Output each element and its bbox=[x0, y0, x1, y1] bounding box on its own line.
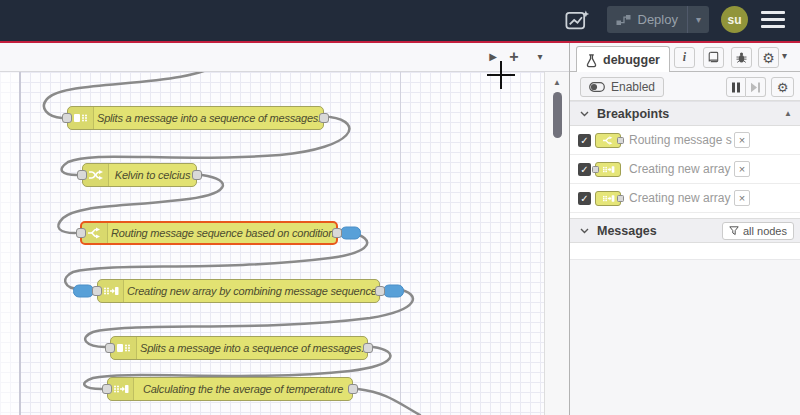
messages-title: Messages bbox=[597, 224, 657, 238]
node-input-port[interactable] bbox=[76, 228, 86, 238]
flow-tab-bar: ▶ + ▾ bbox=[0, 43, 569, 72]
menu-bar bbox=[761, 25, 785, 29]
node-output-port[interactable] bbox=[192, 170, 202, 180]
debugger-toolbar: Enabled ⚙ bbox=[570, 72, 800, 101]
tab-debugger[interactable]: debugger bbox=[576, 46, 670, 73]
messages-section-header[interactable]: Messages all nodes bbox=[570, 218, 800, 243]
app-header: Deploy ▾ su bbox=[0, 0, 800, 43]
tab-debugger-label: debugger bbox=[603, 53, 660, 67]
node-input-port[interactable] bbox=[62, 113, 72, 123]
breakpoint-chip-output[interactable] bbox=[340, 227, 361, 240]
remove-breakpoint-button[interactable]: × bbox=[734, 161, 750, 177]
chart-sparkle-icon bbox=[565, 10, 590, 30]
deploy-nodes-icon bbox=[616, 14, 631, 26]
pause-button[interactable] bbox=[726, 77, 746, 97]
canvas-vertical-scrollbar[interactable]: ▲ bbox=[544, 72, 569, 415]
flow-chart-sparkle-icon[interactable] bbox=[561, 6, 595, 33]
remove-breakpoint-button[interactable]: × bbox=[734, 132, 750, 148]
menu-bar bbox=[761, 11, 785, 15]
menu-bar bbox=[761, 18, 785, 22]
debugger-playback-controls bbox=[726, 77, 766, 97]
node-label: Splits a message into a sequence of mess… bbox=[137, 342, 367, 354]
breakpoint-checkbox[interactable]: ✓ bbox=[578, 134, 591, 147]
debugger-settings-button[interactable]: ⚙ bbox=[771, 77, 794, 97]
node-input-port[interactable] bbox=[92, 286, 102, 296]
breakpoint-chip-output[interactable] bbox=[383, 285, 404, 298]
sidebar: debugger i ⚙ bbox=[569, 43, 800, 415]
filter-label: all nodes bbox=[743, 225, 787, 237]
breakpoint-checkbox[interactable]: ✓ bbox=[578, 163, 591, 176]
config-tab-button[interactable]: ⚙ bbox=[758, 47, 779, 68]
node-label: Kelvin to celcius bbox=[109, 169, 196, 181]
node-input-port[interactable] bbox=[102, 384, 112, 394]
join-node-mini-icon bbox=[595, 162, 621, 177]
flow-node-switch[interactable]: Routing message sequence based on condit… bbox=[80, 221, 338, 245]
breakpoint-row[interactable]: ✓ Creating new array by combining messag… bbox=[570, 155, 800, 184]
main-menu-button[interactable] bbox=[760, 11, 786, 29]
node-label: Routing message sequence based on condit… bbox=[108, 227, 336, 239]
user-avatar[interactable]: su bbox=[721, 6, 748, 33]
flask-icon bbox=[585, 53, 598, 68]
help-tab-button[interactable] bbox=[703, 47, 724, 68]
enabled-label: Enabled bbox=[611, 80, 655, 94]
flow-canvas[interactable]: Splits a message into a sequence of mess… bbox=[0, 72, 544, 415]
breakpoint-row[interactable]: ✓ Routing message sequence based on cond… bbox=[570, 126, 800, 155]
flow-node-split[interactable]: Splits a message into a sequence of mess… bbox=[110, 336, 368, 360]
messages-filter-button[interactable]: all nodes bbox=[722, 222, 794, 240]
flow-node-join[interactable]: Calculating the the average of temperatu… bbox=[107, 377, 353, 401]
scroll-up-arrow[interactable]: ▲ bbox=[784, 109, 792, 118]
step-forward-icon bbox=[750, 82, 761, 93]
breakpoint-chip-input[interactable] bbox=[73, 285, 94, 298]
input-port-marker bbox=[592, 166, 599, 173]
node-input-port[interactable] bbox=[105, 343, 115, 353]
node-red-app: Deploy ▾ su ▶ + ▾ bbox=[0, 0, 800, 415]
sidebar-tab-bar: debugger i ⚙ bbox=[570, 43, 800, 72]
breakpoint-label: Routing message sequence based on condit… bbox=[629, 126, 732, 155]
node-label: Creating new array by combining message … bbox=[124, 285, 379, 297]
book-icon bbox=[707, 51, 720, 64]
join-node-mini-icon bbox=[595, 191, 621, 206]
node-output-port[interactable] bbox=[375, 286, 385, 296]
node-input-port[interactable] bbox=[77, 170, 87, 180]
deploy-button[interactable]: Deploy ▾ bbox=[607, 6, 710, 33]
node-output-port[interactable] bbox=[348, 384, 358, 394]
node-output-port[interactable] bbox=[363, 343, 373, 353]
breakpoint-label: Creating new array by combining message … bbox=[629, 155, 732, 184]
deploy-label: Deploy bbox=[638, 12, 678, 27]
funnel-icon bbox=[729, 226, 739, 236]
chevron-down-icon bbox=[580, 111, 589, 117]
breakpoint-row[interactable]: ✓ Creating new array by combining messag… bbox=[570, 184, 800, 213]
add-flow-button[interactable]: + bbox=[505, 46, 523, 68]
breakpoint-label: Creating new array by combining message … bbox=[629, 184, 732, 213]
wire[interactable] bbox=[358, 389, 420, 415]
main-area: ▶ + ▾ bbox=[0, 43, 800, 415]
flow-node-change[interactable]: Kelvin to celcius bbox=[82, 163, 197, 187]
scrollbar-thumb[interactable] bbox=[553, 92, 562, 138]
toggle-icon bbox=[589, 82, 605, 92]
info-tab-button[interactable]: i bbox=[674, 47, 695, 68]
step-button[interactable] bbox=[746, 77, 766, 97]
node-label: Calculating the the average of temperatu… bbox=[134, 383, 352, 395]
flow-node-split[interactable]: Splits a message into a sequence of mess… bbox=[67, 106, 324, 130]
chevron-down-icon bbox=[580, 228, 589, 234]
node-output-port[interactable] bbox=[319, 113, 329, 123]
sidebar-tabs-caret[interactable]: ▾ bbox=[782, 50, 787, 61]
messages-empty-row bbox=[570, 243, 800, 259]
debug-tab-button[interactable] bbox=[731, 47, 752, 68]
deploy-options-caret[interactable]: ▾ bbox=[687, 6, 709, 33]
flow-node-join[interactable]: Creating new array by combining message … bbox=[97, 279, 380, 303]
workspace-area: ▶ + ▾ bbox=[0, 43, 569, 415]
breakpoint-checkbox[interactable]: ✓ bbox=[578, 192, 591, 205]
crosshair-cursor bbox=[487, 74, 515, 76]
debugger-enabled-toggle[interactable]: Enabled bbox=[580, 77, 664, 97]
output-port-marker bbox=[617, 137, 624, 144]
breakpoints-title: Breakpoints bbox=[597, 107, 669, 121]
switch-node-mini-icon bbox=[595, 133, 621, 148]
node-output-port[interactable] bbox=[332, 228, 342, 238]
remove-breakpoint-button[interactable]: × bbox=[734, 190, 750, 206]
flow-list-caret[interactable]: ▾ bbox=[531, 46, 549, 68]
scroll-up-arrow[interactable]: ▲ bbox=[545, 78, 569, 87]
breakpoints-section-header[interactable]: Breakpoints ▲ bbox=[570, 101, 800, 126]
bug-icon bbox=[735, 51, 748, 64]
node-label: Splits a message into a sequence of mess… bbox=[94, 112, 323, 124]
